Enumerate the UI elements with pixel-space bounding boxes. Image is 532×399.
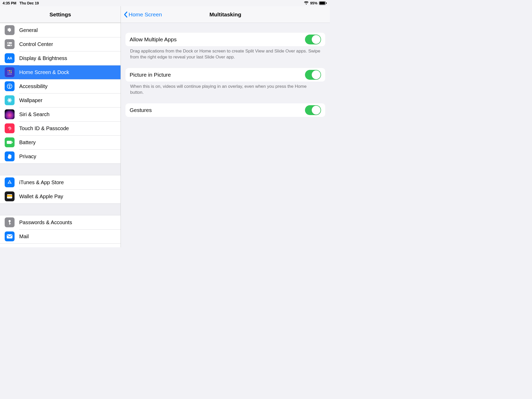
fingerprint-icon	[5, 123, 15, 133]
gear-icon	[5, 25, 15, 35]
section-gap	[0, 204, 121, 215]
status-time: 4:35 PM	[3, 1, 16, 5]
sidebar-item-control-center[interactable]: Control Center	[0, 37, 121, 51]
sidebar-item-battery[interactable]: Battery	[0, 135, 121, 149]
wallpaper-icon	[5, 95, 15, 105]
svg-rect-11	[9, 72, 10, 73]
setting-label: Gestures	[130, 107, 152, 113]
svg-rect-7	[8, 70, 9, 71]
back-button[interactable]: Home Screen	[121, 11, 162, 18]
status-bar: 4:35 PM Thu Dec 19 95%	[0, 0, 330, 6]
svg-rect-26	[9, 222, 10, 225]
setting-row-allow-multiple-apps[interactable]: Allow Multiple Apps	[125, 33, 325, 46]
sidebar-item-label: Home Screen & Dock	[19, 69, 69, 75]
toggle-gestures[interactable]	[305, 105, 321, 115]
back-label: Home Screen	[129, 11, 162, 18]
svg-rect-24	[7, 196, 12, 197]
sidebar-header: Settings	[0, 6, 121, 23]
sidebar-item-label: Siri & Search	[19, 111, 50, 117]
sidebar-item-label: Wallpaper	[19, 97, 42, 103]
sidebar-item-label: Control Center	[19, 41, 53, 47]
setting-group-allow-multiple-apps: Allow Multiple Apps Drag applications fr…	[125, 33, 325, 60]
status-date: Thu Dec 19	[19, 1, 39, 5]
sidebar-item-label: Battery	[19, 139, 36, 145]
svg-rect-9	[11, 70, 12, 71]
sidebar-item-itunes-app-store[interactable]: iTunes & App Store	[0, 175, 121, 189]
battery-setting-icon	[5, 137, 15, 147]
setting-footer: When this is on, videos will continue pl…	[125, 82, 325, 96]
chevron-left-icon	[123, 11, 128, 18]
sidebar-item-wallpaper[interactable]: Wallpaper	[0, 93, 121, 107]
sidebar-item-siri-search[interactable]: Siri & Search	[0, 107, 121, 121]
svg-rect-21	[12, 142, 13, 143]
svg-rect-20	[7, 141, 12, 144]
setting-label: Picture in Picture	[130, 72, 171, 78]
sidebar-item-label: Accessibility	[19, 83, 48, 89]
sidebar-item-label: Passwords & Accounts	[19, 220, 72, 225]
sidebar-item-privacy[interactable]: Privacy	[0, 149, 121, 163]
section-gap	[0, 164, 121, 175]
svg-point-6	[10, 45, 11, 46]
sidebar-item-passwords-accounts[interactable]: Passwords & Accounts	[0, 215, 121, 229]
wifi-icon	[304, 1, 309, 5]
detail-pane: Home Screen Multitasking Allow Multiple …	[121, 6, 330, 247]
svg-rect-2	[326, 2, 327, 4]
sidebar-item-home-screen-dock[interactable]: Home Screen & Dock	[0, 65, 121, 79]
svg-rect-13	[7, 74, 12, 75]
sidebar-item-label: Wallet & Apple Pay	[19, 194, 63, 200]
sidebar-item-label: Mail	[19, 234, 29, 240]
sidebar-item-label: Display & Brightness	[19, 55, 67, 61]
status-battery-pct: 95%	[310, 1, 317, 5]
battery-icon	[319, 1, 327, 5]
svg-rect-28	[7, 234, 12, 238]
wallet-icon	[5, 191, 15, 201]
sidebar-item-touch-id[interactable]: Touch ID & Passcode	[0, 121, 121, 135]
setting-group-gestures: Gestures	[125, 103, 325, 117]
svg-point-25	[9, 220, 11, 222]
svg-rect-10	[8, 72, 9, 73]
sidebar-title: Settings	[50, 11, 71, 18]
toggle-picture-in-picture[interactable]	[305, 70, 321, 80]
key-icon	[5, 217, 15, 227]
svg-rect-8	[9, 70, 10, 71]
settings-sidebar: Settings General Control Center	[0, 6, 121, 247]
app-store-icon	[5, 177, 15, 187]
detail-header: Home Screen Multitasking	[121, 6, 330, 23]
sidebar-item-label: Touch ID & Passcode	[19, 125, 69, 131]
detail-title: Multitasking	[209, 11, 241, 18]
sidebar-list[interactable]: General Control Center AA Display & Brig…	[0, 23, 121, 247]
svg-rect-23	[7, 195, 12, 196]
svg-rect-12	[11, 72, 12, 73]
sidebar-item-accessibility[interactable]: Accessibility	[0, 79, 121, 93]
siri-icon	[5, 109, 15, 119]
hand-icon	[5, 151, 15, 161]
setting-footer: Drag applications from the Dock or Home …	[125, 46, 325, 60]
toggle-allow-multiple-apps[interactable]	[305, 35, 321, 44]
sidebar-item-mail[interactable]: Mail	[0, 229, 121, 243]
setting-row-gestures[interactable]: Gestures	[125, 103, 325, 117]
sidebar-item-wallet-apple-pay[interactable]: Wallet & Apple Pay	[0, 189, 121, 203]
sidebar-item-label: General	[19, 27, 38, 33]
svg-rect-1	[320, 2, 325, 4]
svg-point-4	[8, 43, 9, 44]
sidebar-item-label: Privacy	[19, 154, 36, 159]
accessibility-icon	[5, 81, 15, 91]
setting-group-picture-in-picture: Picture in Picture When this is on, vide…	[125, 68, 325, 96]
text-size-icon: AA	[5, 53, 15, 63]
svg-rect-27	[9, 223, 11, 224]
mail-icon	[5, 231, 15, 241]
sidebar-item-general[interactable]: General	[0, 23, 121, 37]
home-screen-icon	[5, 67, 15, 77]
svg-point-15	[9, 85, 10, 85]
sidebar-item-display-brightness[interactable]: AA Display & Brightness	[0, 51, 121, 65]
sidebar-item-label: iTunes & App Store	[19, 179, 64, 185]
setting-label: Allow Multiple Apps	[130, 36, 177, 43]
setting-row-picture-in-picture[interactable]: Picture in Picture	[125, 68, 325, 82]
switches-icon	[5, 39, 15, 49]
